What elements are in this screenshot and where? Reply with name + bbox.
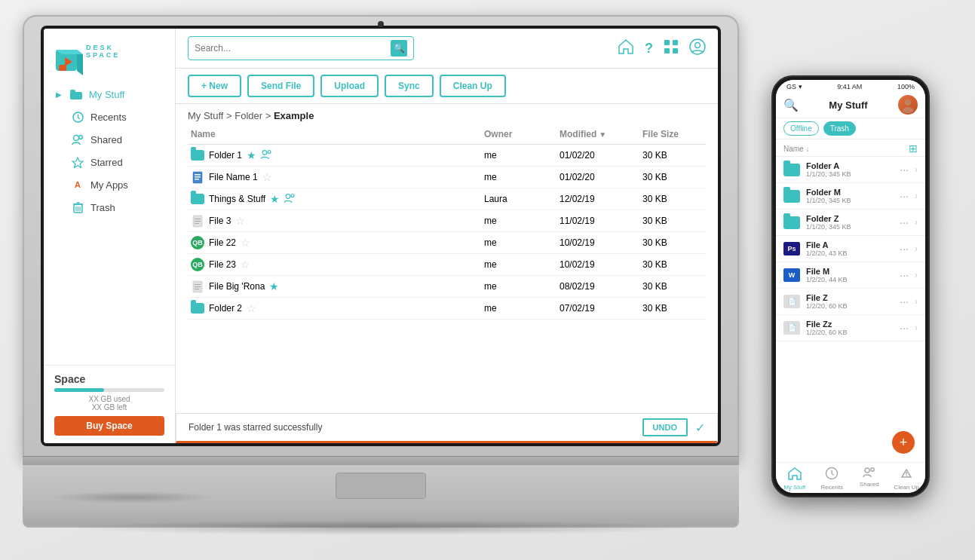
phone-nav-clean-up[interactable]: Clean Up — [888, 463, 926, 493]
star-button[interactable]: ☆ — [241, 259, 250, 271]
phone-grid-icon[interactable]: ⊞ — [909, 142, 918, 155]
sidebar-item-trash[interactable]: Trash — [50, 196, 169, 219]
star-button[interactable]: ★ — [269, 280, 279, 292]
svg-rect-40 — [195, 286, 201, 287]
search-button[interactable]: 🔍 — [391, 40, 407, 57]
phone-file-name: File Z — [806, 293, 894, 302]
phone-file-info: File A 1/2/20, 43 KB — [806, 240, 894, 257]
file-name: Folder 1 — [209, 150, 242, 161]
svg-marker-19 — [619, 40, 633, 54]
phone-file-info: Folder Z 1/1/20, 345 KB — [806, 214, 894, 231]
search-input[interactable] — [195, 43, 386, 54]
generic-file-icon: 📄 — [783, 295, 800, 308]
shared-label: Shared — [90, 134, 122, 145]
more-dots-icon[interactable]: ··· — [900, 164, 909, 176]
svg-rect-29 — [195, 174, 201, 176]
send-file-button[interactable]: Send File — [247, 75, 314, 97]
phone-search-icon[interactable]: 🔍 — [783, 98, 799, 112]
phone-folder-icon — [783, 216, 800, 229]
more-dots-icon[interactable]: ··· — [900, 190, 909, 202]
toast-message: Folder 1 was starred successfully — [189, 422, 322, 433]
phone-nav-recents[interactable]: Recents — [814, 463, 851, 493]
new-button[interactable]: + New — [188, 75, 241, 97]
star-button[interactable]: ★ — [270, 193, 280, 205]
phone-status-bar: GS ▾ 9:41 AM 100% — [776, 80, 925, 92]
phone-nav-shared[interactable]: Shared — [851, 463, 888, 493]
more-dots-icon[interactable]: ··· — [900, 216, 909, 228]
folder-icon — [191, 192, 204, 206]
phone-home-icon — [788, 467, 802, 483]
phone-fab-button[interactable]: + — [892, 431, 915, 454]
toolbar: + New Send File Upload Sync Clean Up — [176, 69, 718, 104]
star-button[interactable]: ☆ — [241, 237, 250, 249]
sidebar-item-shared[interactable]: Shared — [50, 128, 169, 151]
sidebar-item-recents[interactable]: Recents — [50, 106, 169, 128]
undo-button[interactable]: UNDO — [642, 418, 688, 436]
more-dots-icon[interactable]: ··· — [900, 295, 909, 308]
table-row: Folder 1 ★ me 01/02/20 30 KB — [188, 145, 706, 167]
file-name-cell: QB File 22 ☆ — [191, 236, 484, 249]
phone-file-info: Folder M 1/1/20, 345 KB — [806, 188, 894, 204]
phone-avatar[interactable] — [898, 95, 918, 115]
svg-point-26 — [262, 151, 267, 155]
phone-file-info: File M 1/2/20, 44 KB — [806, 267, 894, 283]
col-modified-header: Modified ▼ — [560, 129, 642, 139]
file-owner: Laura — [484, 194, 560, 204]
profile-icon[interactable] — [689, 38, 706, 59]
file-modified: 08/02/19 — [560, 281, 642, 292]
phone-shared-icon — [863, 467, 876, 480]
more-dots-icon[interactable]: ··· — [900, 269, 909, 281]
svg-rect-6 — [70, 90, 75, 93]
star-button[interactable]: ☆ — [262, 171, 272, 183]
svg-point-48 — [865, 468, 869, 473]
phone-nav-recents-label: Recents — [821, 484, 843, 491]
col-owner-header: Owner — [484, 129, 560, 139]
breadcrumb: My Stuff > Folder > Example — [176, 104, 718, 124]
buy-space-button[interactable]: Buy Space — [54, 416, 164, 436]
list-item: Folder M 1/1/20, 345 KB ··· › — [776, 183, 925, 210]
space-title: Space — [54, 373, 164, 385]
logo-text: DESK SPACE — [86, 44, 120, 59]
svg-rect-36 — [195, 221, 201, 222]
star-button[interactable]: ☆ — [247, 302, 256, 314]
file-size: 30 KB — [642, 303, 703, 314]
sidebar-item-my-apps[interactable]: A My Apps — [50, 173, 169, 196]
home-icon[interactable] — [618, 38, 634, 59]
trash-filter-button[interactable]: Trash — [823, 121, 856, 136]
upload-button[interactable]: Upload — [320, 75, 379, 97]
phone-file-name: Folder M — [806, 188, 894, 197]
file-size: 30 KB — [642, 150, 703, 161]
recents-label: Recents — [90, 112, 127, 123]
clean-up-button[interactable]: Clean Up — [440, 75, 506, 97]
file-size: 30 KB — [642, 216, 703, 226]
svg-rect-37 — [195, 223, 199, 224]
sidebar-item-my-stuff[interactable]: ▶ My Stuff — [50, 83, 169, 106]
offline-filter-button[interactable]: Offline — [783, 121, 819, 136]
list-item: 📄 File Z 1/2/20, 60 KB ··· › — [776, 289, 925, 315]
help-icon[interactable]: ? — [645, 41, 653, 57]
svg-rect-22 — [664, 48, 670, 54]
table-row: Things & Stuff ★ Laura 12/02/19 30 KB — [188, 188, 706, 210]
chevron-right-icon: › — [915, 217, 918, 228]
more-dots-icon[interactable]: ··· — [900, 243, 909, 255]
phone-recents-icon — [825, 467, 839, 483]
header: 🔍 ? — [176, 29, 718, 69]
svg-line-47 — [832, 474, 834, 476]
table-row: Folder 2 ☆ me 07/02/19 30 KB — [188, 298, 706, 320]
sidebar-item-starred[interactable]: Starred — [50, 151, 169, 173]
grid-icon[interactable] — [664, 39, 679, 58]
sync-button[interactable]: Sync — [385, 75, 434, 97]
more-dots-icon[interactable]: ··· — [900, 322, 909, 334]
file-modified: 12/02/19 — [560, 194, 642, 204]
list-item: Ps File A 1/2/20, 43 KB ··· › — [776, 236, 925, 262]
phone-filter-bar: Offline Trash — [776, 118, 925, 139]
logo-space: SPACE — [86, 51, 120, 59]
breadcrumb-path: My Stuff > Folder > — [188, 110, 274, 121]
nav-items: ▶ My Stuff — [44, 83, 175, 365]
svg-point-33 — [291, 194, 294, 197]
table-row: File Name 1 ☆ me 01/02/20 30 KB — [188, 167, 706, 188]
star-button[interactable]: ☆ — [235, 215, 245, 227]
star-button[interactable]: ★ — [247, 149, 256, 161]
trash-label: Trash — [90, 202, 115, 213]
phone-nav-my-stuff[interactable]: My Stuff — [776, 463, 814, 493]
